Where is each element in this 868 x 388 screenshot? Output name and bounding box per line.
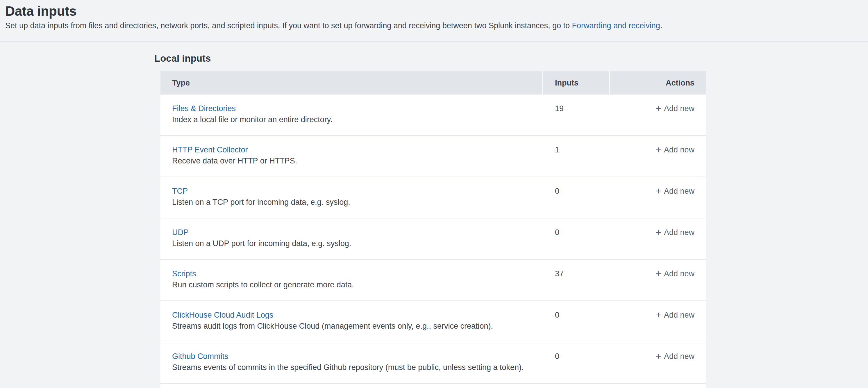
- table-row-files-directories: Files & Directories Index a local file o…: [160, 94, 706, 136]
- actions-cell: +Add new: [610, 260, 706, 300]
- add-new-label: Add new: [664, 187, 694, 196]
- section-title: Local inputs: [154, 53, 868, 63]
- type-cell: TCP Listen on a TCP port for incoming da…: [160, 177, 542, 218]
- plus-icon: +: [655, 268, 661, 279]
- actions-cell: +Add new: [610, 136, 706, 177]
- table-row-github-commits: Github Commits Streams events of commits…: [160, 342, 706, 384]
- plus-icon: +: [655, 144, 661, 155]
- main-content: Local inputs Type Inputs Actions Files &…: [0, 53, 868, 388]
- type-description: Streams events of commits in the specifi…: [172, 363, 531, 372]
- inputs-count: 37: [543, 260, 609, 300]
- plus-icon: +: [655, 351, 661, 361]
- files-directories-link[interactable]: Files & Directories: [172, 103, 236, 113]
- actions-cell: +Add new: [610, 177, 706, 218]
- type-cell: Github Commits Streams events of commits…: [160, 342, 542, 383]
- add-new-button[interactable]: +Add new: [655, 104, 694, 113]
- udp-link[interactable]: UDP: [172, 228, 189, 237]
- type-description: Index a local file or monitor an entire …: [172, 115, 531, 124]
- type-cell: ClickHouse Cloud Audit Logs Streams audi…: [160, 301, 542, 342]
- add-new-label: Add new: [664, 352, 694, 361]
- add-new-label: Add new: [664, 310, 694, 319]
- add-new-label: Add new: [664, 145, 694, 154]
- type-description: Run custom scripts to collect or generat…: [172, 280, 531, 290]
- page-title: Data inputs: [5, 3, 868, 19]
- add-new-label: Add new: [664, 104, 694, 113]
- type-description: Listen on a UDP port for incoming data, …: [172, 239, 531, 248]
- column-header-type: Type: [160, 71, 542, 94]
- add-new-label: Add new: [664, 269, 694, 278]
- add-new-button[interactable]: +Add new: [655, 269, 694, 278]
- table-row-http-event-collector: HTTP Event Collector Receive data over H…: [160, 136, 706, 177]
- table-row-udp: UDP Listen on a UDP port for incoming da…: [160, 218, 706, 260]
- table-header-row: Type Inputs Actions: [160, 71, 706, 94]
- plus-icon: +: [655, 103, 661, 114]
- table-row-clickhouse-cloud-audit-logs: ClickHouse Cloud Audit Logs Streams audi…: [160, 301, 706, 342]
- inputs-count: 19: [543, 94, 609, 135]
- actions-cell: +Add new: [610, 301, 706, 342]
- forwarding-and-receiving-link[interactable]: Forwarding and receiving: [572, 21, 660, 30]
- add-new-button[interactable]: +Add new: [655, 145, 694, 154]
- plus-icon: +: [655, 309, 661, 320]
- clickhouse-cloud-audit-logs-link[interactable]: ClickHouse Cloud Audit Logs: [172, 310, 273, 320]
- type-description: Receive data over HTTP or HTTPS.: [172, 156, 531, 166]
- inputs-count: 0: [543, 301, 609, 342]
- type-cell: Scripts Run custom scripts to collect or…: [160, 260, 542, 300]
- github-commits-link[interactable]: Github Commits: [172, 351, 228, 361]
- tcp-link[interactable]: TCP: [172, 186, 188, 196]
- type-cell: HTTP Event Collector Receive data over H…: [160, 136, 542, 177]
- page-subtitle: Set up data inputs from files and direct…: [5, 21, 868, 31]
- inputs-count: 1: [543, 136, 609, 177]
- add-new-button[interactable]: +Add new: [655, 187, 694, 196]
- page-header: Data inputs Set up data inputs from file…: [0, 0, 868, 41]
- type-cell: UDP Listen on a UDP port for incoming da…: [160, 218, 542, 259]
- inputs-count: 0: [543, 342, 609, 383]
- plus-icon: +: [655, 227, 661, 238]
- inputs-count: 0: [543, 177, 609, 218]
- actions-cell: +Add new: [610, 94, 706, 135]
- local-inputs-table: Type Inputs Actions Files & Directories …: [160, 71, 706, 388]
- scripts-link[interactable]: Scripts: [172, 269, 196, 279]
- table-row-partial: [160, 384, 706, 388]
- http-event-collector-link[interactable]: HTTP Event Collector: [172, 145, 248, 155]
- inputs-count: 0: [543, 218, 609, 259]
- actions-cell: +Add new: [610, 218, 706, 259]
- add-new-button[interactable]: +Add new: [655, 310, 694, 319]
- add-new-button[interactable]: +Add new: [655, 352, 694, 361]
- actions-cell: +Add new: [610, 342, 706, 383]
- table-row-tcp: TCP Listen on a TCP port for incoming da…: [160, 177, 706, 218]
- plus-icon: +: [655, 185, 661, 196]
- type-description: Streams audit logs from ClickHouse Cloud…: [172, 321, 531, 331]
- add-new-button[interactable]: +Add new: [655, 228, 694, 237]
- subtitle-text: Set up data inputs from files and direct…: [5, 21, 572, 30]
- column-header-actions: Actions: [610, 71, 706, 94]
- add-new-label: Add new: [664, 228, 694, 237]
- type-description: Listen on a TCP port for incoming data, …: [172, 198, 531, 207]
- table-body: Files & Directories Index a local file o…: [160, 94, 706, 388]
- column-header-inputs: Inputs: [543, 71, 609, 94]
- table-row-scripts: Scripts Run custom scripts to collect or…: [160, 260, 706, 301]
- type-cell: Files & Directories Index a local file o…: [160, 94, 542, 135]
- subtitle-period: .: [660, 21, 662, 30]
